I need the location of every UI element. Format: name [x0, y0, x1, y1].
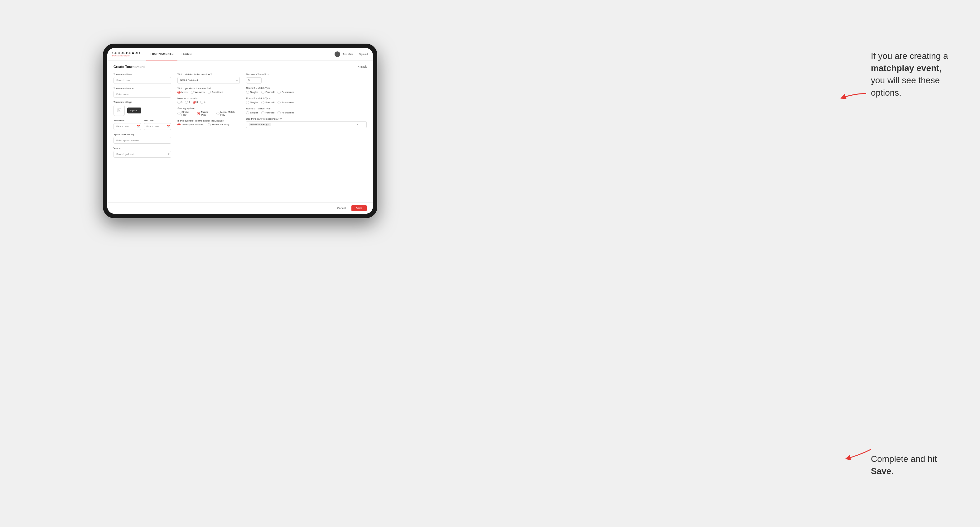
division-select[interactable]: NCAA Division I — [177, 77, 240, 84]
scoring-match-label: Match Play — [201, 111, 213, 116]
separator: | — [356, 53, 356, 56]
round3-singles-radio[interactable] — [246, 111, 249, 114]
cancel-button[interactable]: Cancel — [334, 205, 349, 211]
event-teams[interactable]: Teams (+Individuals) — [177, 123, 205, 126]
form-container: Create Tournament Back Tournament Host T… — [107, 60, 373, 202]
gender-womens-label: Womens — [195, 91, 205, 94]
round2-fourball-radio[interactable] — [261, 101, 264, 104]
round3-foursomes[interactable]: Foursomes — [277, 111, 294, 114]
event-individuals-radio[interactable] — [208, 123, 211, 126]
third-party-api-group: Use third-party live scoring API? Leader… — [246, 117, 367, 128]
scoring-match-radio[interactable] — [197, 112, 200, 115]
round1-foursomes-radio[interactable] — [277, 91, 281, 94]
division-select-wrap: NCAA Division I — [177, 77, 240, 84]
round3-singles-label: Singles — [250, 111, 258, 114]
event-teams-radio[interactable] — [177, 123, 181, 126]
round3-foursomes-radio[interactable] — [277, 111, 281, 114]
round-2-radio[interactable] — [185, 101, 188, 104]
round1-foursomes[interactable]: Foursomes — [277, 91, 294, 94]
api-select-box[interactable]: Leaderboard King × ▼ — [246, 121, 367, 128]
scoring-label: Scoring system — [177, 107, 240, 110]
round-4[interactable]: 4 — [200, 101, 205, 104]
nav-tabs: TOURNAMENTS TEAMS — [146, 48, 334, 60]
logo-title: SCOREBOARD — [112, 51, 140, 55]
tablet-screen: SCOREBOARD Powered by clippit TOURNAMENT… — [107, 48, 373, 214]
arrow-bottom — [843, 446, 874, 463]
round1-foursomes-label: Foursomes — [282, 91, 294, 94]
date-row: Start date 📅 End date — [113, 119, 171, 130]
round3-fourball-radio[interactable] — [261, 111, 264, 114]
round-2[interactable]: 2 — [185, 101, 190, 104]
gender-combined-radio[interactable] — [208, 91, 211, 94]
round-3-radio[interactable] — [193, 101, 196, 104]
sponsor-input[interactable] — [113, 137, 171, 144]
round-1-label: 1 — [181, 101, 182, 103]
start-date-label: Start date — [113, 119, 141, 122]
scoring-stroke-label: Stroke Play — [181, 111, 194, 116]
event-individuals-label: Individuals Only — [212, 123, 229, 126]
venue-group: Venue ▼ — [113, 147, 171, 158]
tournament-name-group: Tournament name — [113, 87, 171, 98]
form-title: Create Tournament — [113, 65, 145, 68]
event-teams-label: Teams (+Individuals) — [181, 123, 205, 126]
event-individuals[interactable]: Individuals Only — [208, 123, 229, 126]
tab-teams[interactable]: TEAMS — [177, 48, 196, 60]
tournament-host-input[interactable] — [113, 77, 171, 84]
gender-radio-group: Mens Womens Combined — [177, 91, 240, 94]
upload-button[interactable]: Upload — [127, 108, 141, 113]
round-4-label: 4 — [204, 101, 205, 103]
round3-fourball[interactable]: Fourball — [261, 111, 274, 114]
tournament-name-input[interactable] — [113, 91, 171, 98]
gender-mens[interactable]: Mens — [177, 91, 188, 94]
logo-placeholder — [113, 105, 125, 116]
round3-singles[interactable]: Singles — [246, 111, 258, 114]
round2-fourball[interactable]: Fourball — [261, 101, 274, 104]
sign-out-link[interactable]: Sign out — [359, 53, 368, 56]
rounds-label: Number of rounds — [177, 97, 240, 100]
max-team-size-label: Maximum Team Size — [246, 73, 367, 76]
round3-match-label: Round 3 - Match Type — [246, 107, 367, 110]
api-tag-remove[interactable]: × — [268, 123, 270, 126]
rounds-group: Number of rounds 1 2 — [177, 97, 240, 104]
event-type-radio-group: Teams (+Individuals) Individuals Only — [177, 123, 240, 126]
round2-singles-label: Singles — [250, 101, 258, 104]
round-3[interactable]: 3 — [193, 101, 198, 104]
round-4-radio[interactable] — [200, 101, 203, 104]
gender-combined[interactable]: Combined — [208, 91, 223, 94]
venue-input-wrap: ▼ — [113, 151, 171, 158]
scoring-group: Scoring system Stroke Play Match Play — [177, 107, 240, 116]
annotation-top-right: If you are creating a matchplay event, y… — [871, 50, 952, 99]
venue-input[interactable] — [113, 151, 171, 158]
round1-match-group: Round 1 - Match Type Singles Fourball — [246, 87, 367, 94]
round2-singles[interactable]: Singles — [246, 101, 258, 104]
event-type-group: Is this event for Teams and/or Individua… — [177, 119, 240, 126]
round1-singles-radio[interactable] — [246, 91, 249, 94]
venue-chevron-icon: ▼ — [167, 153, 170, 156]
round1-fourball-radio[interactable] — [261, 91, 264, 94]
gender-womens-radio[interactable] — [191, 91, 194, 94]
scoring-medal-radio[interactable] — [216, 112, 220, 115]
round-1[interactable]: 1 — [177, 101, 182, 104]
round1-fourball[interactable]: Fourball — [261, 91, 274, 94]
max-team-size-input[interactable] — [246, 77, 262, 84]
save-button[interactable]: Save — [352, 205, 367, 211]
round-2-label: 2 — [189, 101, 190, 103]
end-date-label: End date — [144, 119, 172, 122]
gender-womens[interactable]: Womens — [191, 91, 205, 94]
round-1-radio[interactable] — [177, 101, 181, 104]
round2-singles-radio[interactable] — [246, 101, 249, 104]
gender-mens-radio[interactable] — [177, 91, 181, 94]
back-link[interactable]: Back — [358, 65, 367, 68]
round2-foursomes[interactable]: Foursomes — [277, 101, 294, 104]
scoring-stroke[interactable]: Stroke Play — [177, 111, 194, 116]
scoring-stroke-radio[interactable] — [177, 112, 181, 115]
scoring-medal[interactable]: Medal Match Play — [216, 111, 240, 116]
tab-tournaments[interactable]: TOURNAMENTS — [146, 48, 177, 60]
round1-match-label: Round 1 - Match Type — [246, 87, 367, 89]
round3-foursomes-label: Foursomes — [282, 111, 294, 114]
end-date-wrap: 📅 — [144, 123, 172, 130]
scoring-match[interactable]: Match Play — [197, 111, 213, 116]
round2-foursomes-radio[interactable] — [277, 101, 281, 104]
round1-singles[interactable]: Singles — [246, 91, 258, 94]
round2-match-label: Round 2 - Match Type — [246, 97, 367, 100]
